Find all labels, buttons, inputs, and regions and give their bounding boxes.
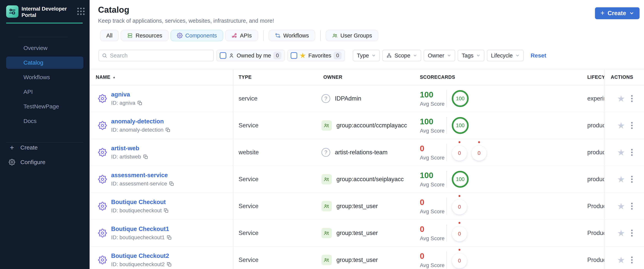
copy-icon[interactable]: [169, 181, 174, 186]
brand-accent-divider: [6, 23, 83, 23]
tab[interactable]: Components: [170, 30, 223, 41]
name-cell: assessment-service ID: assessment-servic…: [90, 172, 233, 187]
search-input[interactable]: [110, 52, 210, 59]
component-id: ID: anomaly-detection: [111, 127, 164, 133]
favorite-star-icon[interactable]: ★: [617, 229, 625, 238]
favorites-filter[interactable]: ★ Favorites 0: [288, 50, 345, 61]
favorite-star-icon[interactable]: ★: [617, 175, 625, 184]
scorecards-cell: 0 Avg Score 0: [420, 198, 587, 215]
scorecard-ring[interactable]: 100: [452, 117, 469, 134]
scope-icon: [386, 53, 392, 58]
create-button[interactable]: + Create: [595, 7, 640, 19]
favorite-star-icon[interactable]: ★: [617, 148, 625, 157]
copy-icon[interactable]: [167, 262, 172, 267]
name-cell: anomaly-detection ID: anomaly-detection: [90, 118, 233, 133]
chevron-down-icon: [372, 53, 376, 58]
copy-icon[interactable]: [164, 208, 169, 213]
scorecard-ring[interactable]: 0: [452, 198, 467, 215]
sidebar-nav-item[interactable]: Docs: [6, 115, 84, 127]
owner-name: IDPAdmin: [335, 95, 361, 102]
owner-name: group:test_user: [336, 257, 378, 264]
component-gear-icon: [98, 229, 107, 238]
column-header-lifecycle[interactable]: LIFECYCLE: [587, 74, 604, 80]
column-header-owner[interactable]: OWNER: [322, 74, 420, 80]
scorecards-cell: 0 Avg Score 0: [420, 252, 587, 269]
type-cell: Service: [233, 257, 322, 264]
more-actions-icon[interactable]: [630, 255, 634, 265]
favorite-star-icon[interactable]: ★: [617, 256, 625, 265]
column-header-type[interactable]: TYPE: [233, 74, 322, 80]
avg-score-label: Avg Score: [420, 262, 446, 269]
sidebar-configure-button[interactable]: Configure: [6, 158, 84, 167]
sidebar-nav-item[interactable]: Catalog: [6, 56, 84, 69]
avg-score-value: 0: [420, 144, 446, 153]
more-actions-icon[interactable]: [630, 175, 634, 184]
component-name-link[interactable]: artist-web: [111, 145, 139, 152]
component-name-link[interactable]: agniva: [111, 91, 130, 98]
favorites-checkbox[interactable]: [291, 52, 297, 59]
tab[interactable]: APIs: [225, 30, 258, 41]
component-name-link[interactable]: Boutique Checkout2: [111, 253, 169, 259]
component-name-link[interactable]: Boutique Checkout1: [111, 226, 169, 232]
scorecard-ring[interactable]: 0: [452, 144, 467, 161]
workflows-icon: [275, 33, 281, 38]
component-name-link[interactable]: anomaly-detection: [111, 118, 164, 125]
more-actions-icon[interactable]: [630, 229, 634, 238]
reset-filters-button[interactable]: Reset: [530, 52, 546, 59]
copy-icon[interactable]: [165, 127, 170, 133]
score-marker-dot: [458, 249, 460, 251]
tab[interactable]: All: [100, 30, 119, 41]
favorite-star-icon[interactable]: ★: [617, 94, 625, 103]
chevron-down-icon: [476, 53, 480, 58]
score-divider: [446, 252, 447, 269]
scorecard-ring[interactable]: 0: [452, 225, 467, 242]
more-actions-icon[interactable]: [630, 94, 634, 103]
scorecard-ring[interactable]: 0: [452, 252, 467, 269]
search-box[interactable]: [98, 50, 214, 61]
sidebar: Internal Developer Portal Overview Catal…: [0, 0, 90, 269]
owned-by-me-filter[interactable]: Owned by me 0: [216, 50, 285, 61]
scorecard-ring[interactable]: 100: [452, 171, 469, 188]
filter-dropdown[interactable]: Scope: [382, 50, 421, 61]
scorecards-cell: 100 Avg Score 100: [420, 117, 587, 134]
owner-cell: group:account/ccmplayacc: [322, 120, 420, 131]
tab[interactable]: Workflows: [268, 30, 315, 41]
filter-dropdown[interactable]: Tags: [458, 50, 484, 61]
filter-dropdown[interactable]: Owner: [424, 50, 455, 61]
filter-dropdown[interactable]: Lifecycle: [487, 50, 524, 61]
scorecard-ring[interactable]: 100: [452, 90, 469, 107]
column-header-scorecards[interactable]: SCORECARDS: [420, 74, 587, 80]
tab[interactable]: Resources: [121, 30, 168, 41]
more-actions-icon[interactable]: [630, 121, 634, 130]
components-icon: [177, 33, 183, 38]
copy-icon[interactable]: [137, 100, 142, 106]
lifecycle-cell: production: [587, 176, 604, 183]
copy-icon[interactable]: [143, 154, 148, 160]
sidebar-nav-item[interactable]: API: [6, 86, 84, 98]
sidebar-nav-item[interactable]: TestNewPage: [6, 100, 84, 113]
copy-icon[interactable]: [167, 235, 172, 240]
column-header-name[interactable]: NAME ▲: [90, 74, 233, 80]
actions-cell: ★: [604, 94, 644, 103]
sidebar-nav-item[interactable]: Workflows: [6, 71, 84, 83]
actions-cell: ★: [604, 121, 644, 130]
actions-cell: ★: [604, 255, 644, 265]
more-actions-icon[interactable]: [630, 148, 634, 157]
score-marker-dot: [458, 141, 460, 143]
filter-dropdown[interactable]: Type: [353, 50, 380, 61]
apps-grid-icon[interactable]: [77, 8, 84, 15]
tab[interactable]: User Groups: [326, 30, 378, 41]
type-cell: Service: [233, 122, 322, 129]
component-name-link[interactable]: Boutique Checkout: [111, 199, 166, 205]
scorecard-ring[interactable]: 0: [471, 144, 487, 161]
sidebar-create-button[interactable]: + Create: [6, 143, 84, 152]
favorite-star-icon[interactable]: ★: [617, 202, 625, 211]
search-icon: [102, 53, 107, 58]
table-row: anomaly-detection ID: anomaly-detection …: [90, 112, 644, 139]
more-actions-icon[interactable]: [630, 202, 634, 211]
sidebar-nav-item[interactable]: Overview: [6, 42, 84, 54]
component-name-link[interactable]: assessment-service: [111, 172, 168, 179]
favorite-star-icon[interactable]: ★: [617, 121, 625, 130]
owned-by-me-checkbox[interactable]: [220, 52, 226, 59]
component-id: ID: agniva: [111, 100, 135, 106]
